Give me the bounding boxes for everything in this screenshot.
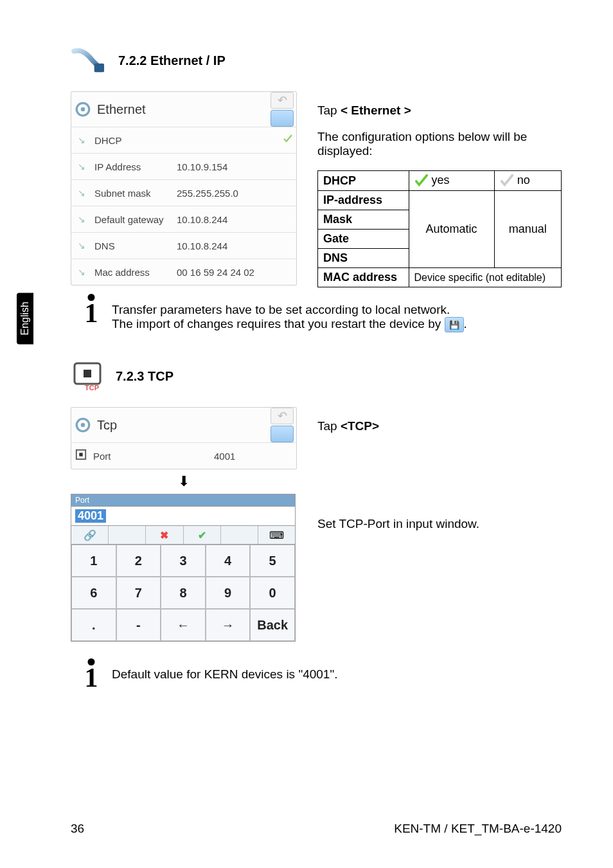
tcp-desc: Set TCP-Port in input window. [317, 517, 562, 531]
info-text: The import of changes requires that you … [112, 317, 467, 332]
table-cell: manual [494, 191, 561, 268]
table-cell: IP-address [318, 191, 409, 210]
plug-icon: ↘ [74, 265, 89, 279]
keypad-key[interactable]: . [71, 609, 116, 641]
keypad-cancel-button[interactable]: ✖ [146, 526, 183, 544]
keypad-key[interactable]: 1 [71, 545, 116, 577]
plug-icon [71, 45, 108, 76]
panel-row-label: Default gateway [94, 214, 172, 225]
keypad-spacer [221, 526, 258, 544]
plug-icon: ↘ [74, 159, 89, 174]
panel-row-value: 4001 [214, 451, 235, 462]
table-cell: Gate [318, 230, 409, 249]
heading-text: 7.2.3 TCP [116, 369, 173, 384]
keypad-key[interactable]: 2 [116, 545, 161, 577]
ethernet-panel: Ethernet ↶ ↘ DHCP ↘ IP Address [71, 91, 297, 285]
gear-icon [74, 100, 92, 118]
keypad-key[interactable]: 8 [161, 577, 206, 609]
info-icon: 1 [84, 303, 99, 325]
info-text: Transfer parameters have to be set accor… [112, 303, 467, 317]
keypad-key[interactable]: 7 [116, 577, 161, 609]
options-table: DHCP yes no IP-address Automatic manual … [317, 170, 562, 287]
panel-row-mac[interactable]: ↘ Mac address 00 16 59 24 24 02 [71, 259, 296, 285]
plug-icon: ↘ [74, 133, 89, 147]
panel-row-subnet[interactable]: ↘ Subnet mask 255.255.255.0 [71, 180, 296, 206]
keypad-key[interactable]: 6 [71, 577, 116, 609]
panel-row-value: 10.10.9.154 [177, 161, 227, 172]
keypad-key[interactable]: 4 [206, 545, 251, 577]
section-heading-tcp: TCP 7.2.3 TCP [71, 361, 562, 392]
language-tab: English [17, 293, 33, 344]
keypad-key[interactable]: ← [161, 609, 206, 641]
keypad-key[interactable]: 3 [161, 545, 206, 577]
info-icon: 1 [84, 667, 99, 689]
save-icon[interactable] [271, 110, 294, 127]
undo-icon[interactable]: ↶ [271, 92, 294, 109]
keypad-keyboard-icon[interactable]: ⌨ [258, 526, 295, 544]
tap-tcp-text: Tap <TCP> [317, 419, 562, 433]
table-cell: DNS [318, 249, 409, 268]
panel-row-port[interactable]: Port 4001 [71, 443, 296, 469]
save-icon[interactable] [271, 426, 294, 442]
table-cell: Device specific (not editable) [409, 268, 561, 287]
panel-row-label: Port [93, 451, 170, 462]
keypad-key-back[interactable]: Back [250, 609, 295, 641]
doc-id: KEN-TM / KET_TM-BA-e-1420 [394, 822, 562, 836]
keypad-value: 4001 [75, 509, 106, 523]
table-cell: DHCP [318, 171, 409, 191]
info-note-2: 1 Default value for KERN devices is "400… [84, 667, 562, 689]
gear-icon [74, 416, 92, 434]
keypad-key[interactable]: - [116, 609, 161, 641]
panel-row-gateway[interactable]: ↘ Default gateway 10.10.8.244 [71, 206, 296, 233]
save-icon: 💾 [445, 317, 464, 332]
keypad-key[interactable]: 5 [250, 545, 295, 577]
panel-row-label: IP Address [94, 161, 172, 172]
panel-title: Ethernet [97, 102, 146, 117]
svg-rect-4 [84, 370, 91, 377]
undo-icon[interactable]: ↶ [271, 408, 294, 424]
table-cell: Mask [318, 210, 409, 230]
plug-icon: ↘ [74, 212, 89, 226]
panel-row-value: 255.255.255.0 [177, 188, 238, 199]
keypad: Port 4001 🔗 ✖ ✔ ⌨ 1 2 3 [71, 494, 296, 642]
heading-text: 7.2.2 Ethernet / IP [118, 53, 226, 68]
port-icon [74, 449, 88, 463]
panel-title: Tcp [97, 418, 117, 433]
info-note-1: 1 Transfer parameters have to be set acc… [84, 303, 562, 332]
page-number: 36 [71, 822, 84, 836]
panel-row-value: 10.10.8.244 [177, 240, 227, 251]
table-cell-yes: yes [409, 171, 494, 191]
keypad-ok-button[interactable]: ✔ [184, 526, 221, 544]
panel-row-label: DNS [94, 240, 172, 251]
keypad-link-icon[interactable]: 🔗 [71, 526, 109, 544]
panel-row-label: Mac address [94, 267, 172, 278]
page-footer: 36 KEN-TM / KET_TM-BA-e-1420 [71, 822, 562, 836]
svg-rect-9 [79, 453, 82, 457]
keypad-title: Port [71, 494, 296, 506]
panel-row-ip[interactable]: ↘ IP Address 10.10.9.154 [71, 154, 296, 180]
panel-row-dns[interactable]: ↘ DNS 10.10.8.244 [71, 233, 296, 259]
keypad-display[interactable]: 4001 [71, 506, 296, 526]
panel-row-label: DHCP [94, 135, 172, 146]
keypad-spacer [109, 526, 146, 544]
panel-row-value: 00 16 59 24 24 02 [177, 267, 254, 278]
panel-row-value: 10.10.8.244 [177, 214, 227, 225]
down-arrow-icon: ⬇ [71, 473, 297, 490]
svg-rect-0 [94, 64, 104, 72]
keypad-key[interactable]: 0 [250, 577, 295, 609]
ethernet-desc: The configuration options below will be … [317, 130, 562, 158]
table-cell: MAC address [318, 268, 409, 287]
svg-point-2 [81, 107, 85, 112]
table-cell: Automatic [409, 191, 494, 268]
panel-row-label: Subnet mask [94, 188, 172, 199]
tap-ethernet-text: Tap < Ethernet > [317, 104, 562, 118]
table-cell-no: no [494, 171, 561, 191]
plug-icon: ↘ [74, 186, 89, 200]
panel-row-dhcp[interactable]: ↘ DHCP [71, 127, 296, 154]
keypad-key[interactable]: 9 [206, 577, 251, 609]
section-heading-ethernet: 7.2.2 Ethernet / IP [71, 45, 562, 76]
info-text: Default value for KERN devices is "4001"… [112, 667, 337, 682]
keypad-key[interactable]: → [206, 609, 251, 641]
plug-icon: ↘ [74, 239, 89, 253]
tcp-icon: TCP [71, 361, 105, 392]
